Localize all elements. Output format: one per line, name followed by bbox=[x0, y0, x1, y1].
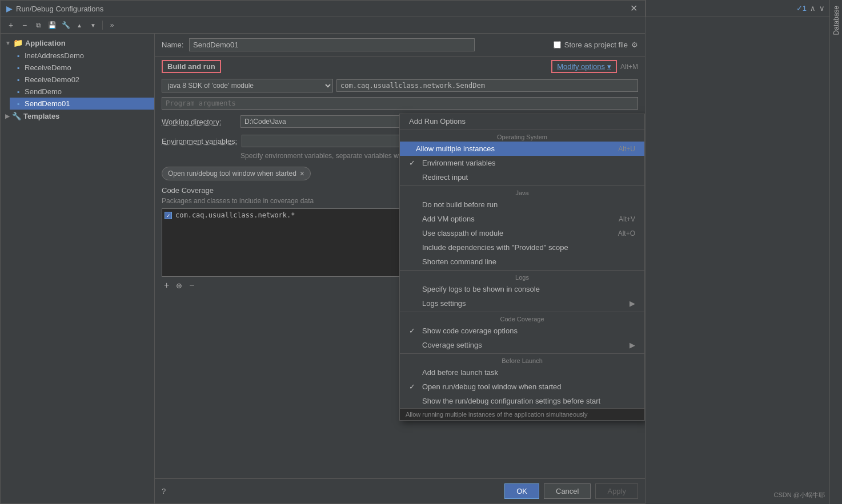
store-as-project-checkbox[interactable] bbox=[554, 41, 561, 49]
save-button[interactable]: 💾 bbox=[46, 19, 58, 31]
check-icon: ✓ bbox=[409, 326, 415, 335]
chip-close-button[interactable]: × bbox=[300, 169, 304, 178]
menu-item-redirect-input[interactable]: ✓ Redirect input bbox=[400, 170, 644, 184]
sidebar-group-templates[interactable]: ▶ 🔧 Templates bbox=[1, 110, 154, 123]
sidebar-item-label: SendDemo bbox=[25, 87, 62, 96]
down-arrow[interactable]: ∨ bbox=[819, 4, 825, 13]
remove-coverage-button[interactable]: − bbox=[187, 279, 197, 292]
apply-button[interactable]: Apply bbox=[595, 483, 638, 499]
up-arrow[interactable]: ∧ bbox=[810, 4, 816, 13]
check-icon: ✓ bbox=[409, 299, 415, 308]
menu-separator bbox=[400, 270, 644, 271]
check-icon: ✓ bbox=[409, 215, 415, 223]
add-pattern-button[interactable]: ⊕ bbox=[174, 279, 185, 292]
chip-label: Open run/debug tool window when started bbox=[168, 170, 296, 178]
menu-tooltip: Allow running multiple instances of the … bbox=[400, 408, 644, 420]
check-icon: ✓ bbox=[409, 397, 415, 405]
ok-button[interactable]: OK bbox=[504, 483, 539, 499]
sidebar-group-application[interactable]: ▼ 📁 Application bbox=[1, 36, 154, 50]
check-icon: ✓ bbox=[409, 285, 415, 293]
file-icon: ▪ bbox=[14, 76, 22, 84]
menu-item-specify-logs[interactable]: ✓ Specify logs to be shown in console bbox=[400, 282, 644, 296]
sidebar-item-inetaddressdemo[interactable]: ▪ InetAddressDemo bbox=[10, 50, 154, 62]
main-class-input[interactable] bbox=[336, 79, 638, 92]
name-input[interactable] bbox=[189, 38, 475, 51]
down-button[interactable]: ▼ bbox=[87, 19, 99, 31]
menu-separator bbox=[400, 186, 644, 186]
name-label: Name: bbox=[162, 41, 185, 49]
modify-options-button[interactable]: Modify options ▾ bbox=[551, 60, 617, 73]
menu-section-code-coverage: Code Coverage bbox=[400, 313, 644, 324]
open-tool-window-label: Open run/debug tool window when started bbox=[422, 382, 562, 391]
menu-item-allow-multiple[interactable]: Allow multiple instances Alt+U bbox=[400, 142, 644, 156]
working-directory-label: Working directory: bbox=[162, 118, 236, 126]
build-sdk-row: java 8 SDK of 'code' module bbox=[155, 76, 645, 95]
environment-variables-label: Environment variables: bbox=[162, 137, 237, 146]
menu-separator bbox=[400, 312, 644, 312]
add-run-options-label: Add Run Options bbox=[409, 117, 466, 126]
arrow-icon: ▶ bbox=[630, 341, 635, 349]
build-and-run-label: Build and run bbox=[162, 60, 221, 73]
cancel-button[interactable]: Cancel bbox=[544, 483, 591, 499]
up-button[interactable]: ▲ bbox=[74, 19, 85, 31]
menu-item-coverage-settings[interactable]: ✓ Coverage settings ▶ bbox=[400, 338, 644, 352]
menu-item-add-vm[interactable]: ✓ Add VM options Alt+V bbox=[400, 212, 644, 226]
check-icon: ✓ bbox=[409, 173, 415, 182]
redirect-input-label: Redirect input bbox=[422, 173, 468, 182]
program-args-row bbox=[155, 95, 645, 112]
file-icon: ▪ bbox=[14, 52, 22, 60]
sidebar-application-children: ▪ InetAddressDemo ▪ ReceiveDemo ▪ Receiv… bbox=[1, 50, 154, 110]
menu-section-operating-system: Operating System bbox=[400, 131, 644, 142]
add-button[interactable]: + bbox=[5, 19, 17, 31]
sidebar-item-receivedemo[interactable]: ▪ ReceiveDemo bbox=[10, 62, 154, 74]
menu-section-logs: Logs bbox=[400, 272, 644, 282]
add-coverage-button[interactable]: + bbox=[162, 279, 171, 292]
menu-item-add-before-launch[interactable]: ✓ Add before launch task bbox=[400, 365, 644, 380]
check-icon: ✓ bbox=[409, 382, 415, 391]
menu-item-include-deps[interactable]: ✓ Include dependencies with "Provided" s… bbox=[400, 240, 644, 255]
file-icon: ▪ bbox=[14, 100, 22, 108]
shortcut-alt-u: Alt+U bbox=[618, 145, 635, 153]
wrench-icon: 🔧 bbox=[12, 112, 21, 120]
toolbar: + − ⧉ 💾 🔧 ▲ ▼ » bbox=[1, 17, 645, 34]
modify-options-label: Modify options bbox=[557, 62, 605, 71]
sidebar-item-label: ReceiveDemo bbox=[25, 63, 71, 72]
sidebar-item-senddemo01[interactable]: ▪ SendDemo01 bbox=[10, 98, 154, 110]
more-button[interactable]: » bbox=[106, 19, 118, 31]
right-panel: Name: Store as project file ⚙ Build and … bbox=[155, 34, 645, 503]
sdk-select[interactable]: java 8 SDK of 'code' module bbox=[162, 79, 333, 92]
chevron-right-icon: ▶ bbox=[5, 113, 10, 119]
settings-icon[interactable]: ⚙ bbox=[631, 41, 638, 49]
menu-item-show-settings-before-start[interactable]: ✓ Show the run/debug configuration setti… bbox=[400, 394, 644, 408]
wrench-button[interactable]: 🔧 bbox=[60, 19, 71, 31]
menu-item-use-classpath[interactable]: ✓ Use classpath of module Alt+O bbox=[400, 226, 644, 240]
sidebar-item-receivedemo02[interactable]: ▪ ReceiveDemo02 bbox=[10, 74, 154, 86]
copy-button[interactable]: ⧉ bbox=[33, 19, 44, 31]
check-icon: ✓ bbox=[409, 159, 415, 167]
help-icon[interactable]: ? bbox=[162, 487, 166, 495]
database-panel[interactable]: Database bbox=[829, 0, 842, 504]
check-count: ✓1 bbox=[796, 4, 807, 13]
menu-item-no-build[interactable]: ✓ Do not build before run bbox=[400, 197, 644, 212]
modify-options-dropdown: Add Run Options Operating System Allow m… bbox=[399, 114, 645, 421]
remove-button[interactable]: − bbox=[19, 19, 30, 31]
close-button[interactable]: ✕ bbox=[630, 4, 639, 13]
database-label[interactable]: Database bbox=[832, 6, 840, 35]
chevron-down-icon: ▾ bbox=[607, 62, 611, 71]
menu-item-env-vars[interactable]: ✓ Environment variables bbox=[400, 156, 644, 170]
build-run-section-header: Build and run Modify options ▾ Alt+M bbox=[155, 57, 645, 76]
check-icon: ✓ bbox=[409, 368, 415, 377]
menu-item-open-tool-window[interactable]: ✓ Open run/debug tool window when starte… bbox=[400, 380, 644, 394]
coverage-checkbox[interactable]: ✓ bbox=[165, 212, 172, 219]
program-args-input[interactable] bbox=[162, 97, 638, 110]
shortcut-alt-v: Alt+V bbox=[619, 215, 635, 223]
check-icon: ✓ bbox=[409, 229, 415, 237]
sidebar-item-label: InetAddressDemo bbox=[25, 51, 84, 60]
menu-item-shorten-cmd[interactable]: ✓ Shorten command line bbox=[400, 255, 644, 269]
sidebar-item-senddemo[interactable]: ▪ SendDemo bbox=[10, 86, 154, 98]
menu-item-show-coverage[interactable]: ✓ Show code coverage options bbox=[400, 324, 644, 338]
check-icon: ✓ bbox=[409, 341, 415, 349]
menu-separator bbox=[400, 353, 644, 354]
templates-group-label: Templates bbox=[23, 112, 59, 120]
menu-item-logs-settings[interactable]: ✓ Logs settings ▶ bbox=[400, 296, 644, 311]
